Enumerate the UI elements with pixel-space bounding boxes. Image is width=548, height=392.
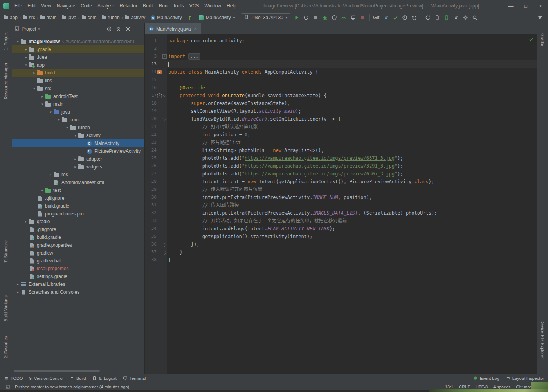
hide-panel-button[interactable] (133, 25, 142, 33)
menu-refactor[interactable]: Refactor (117, 0, 140, 12)
code-line-1[interactable]: 1package com.ruben.activity; (145, 37, 537, 45)
fold-spacer[interactable] (162, 256, 167, 264)
rollback-button[interactable] (409, 13, 419, 22)
tree-item-idea[interactable]: ▸.idea (12, 53, 144, 61)
expand-arrow-icon[interactable]: ▸ (40, 188, 45, 192)
expand-arrow-icon[interactable]: ▸ (73, 157, 78, 161)
avd-manager-button[interactable] (442, 13, 451, 22)
tree-item-androidmanifest-xml[interactable]: AndroidManifest.xml (12, 179, 144, 186)
fold-spacer[interactable] (162, 60, 167, 68)
tree-item-ruben[interactable]: ▾ruben (12, 124, 144, 132)
tool-window-button-structure[interactable]: 7: Structure (4, 240, 8, 263)
fold-spacer[interactable] (162, 154, 167, 162)
tree-item-proguard-rules-pro[interactable]: proguard-rules.pro (12, 210, 144, 218)
tree-item-activity[interactable]: ▾activity (12, 132, 144, 139)
run-button[interactable] (292, 13, 301, 22)
todo-button[interactable]: TODO (4, 376, 23, 381)
tree-item-imagepreview[interactable]: ▾ImagePreviewC:\Users\Administrator\Andr… (12, 38, 144, 45)
expand-arrow-icon[interactable]: ▸ (23, 55, 29, 59)
device-select[interactable]: Pixel 3a API 30 ▾ (241, 13, 290, 22)
code-line-32[interactable]: 32 intent.putExtra(PicturePreviewActivit… (145, 209, 537, 217)
tool-window-button-build-variants[interactable]: Build Variants (4, 295, 8, 322)
expand-arrow-icon[interactable]: ▸ (73, 165, 78, 169)
collapse-arrow-icon[interactable]: ▾ (73, 134, 78, 137)
collapse-arrow-icon[interactable]: ▾ (65, 126, 70, 130)
collapse-arrow-icon[interactable]: ▾ (56, 118, 61, 122)
code-line-25[interactable]: 25 photoUrls.add("https://vampireachao.g… (145, 154, 537, 162)
code-line-21[interactable]: 21 // 打开时默认选择第几张 (145, 123, 537, 131)
fold-spacer[interactable] (162, 68, 167, 76)
fold-spacer[interactable] (162, 146, 167, 154)
fold-spacer[interactable] (162, 131, 167, 139)
tree-item-app[interactable]: ▾app (12, 61, 144, 69)
fold-spacer[interactable] (162, 107, 167, 115)
attach-debugger-button[interactable] (348, 13, 358, 22)
sync-gradle-button[interactable] (423, 13, 433, 22)
code-line-26[interactable]: 26 photoUrls.add("https://vampireachao.g… (145, 162, 537, 170)
code-line-33[interactable]: 33 // 开始活动，如果已存在于一个为它运行的任务中，就把它移到最前 (145, 217, 537, 225)
tree-item-gradle[interactable]: ▸gradle (12, 218, 144, 226)
build-button[interactable]: Build (70, 376, 86, 381)
status-widget-13-1[interactable]: 13:1 (445, 385, 453, 389)
code-line-27[interactable]: 27 photoUrls.add("https://vampireachao.g… (145, 170, 537, 178)
fold-spacer[interactable] (162, 37, 167, 45)
breadcrumb-app[interactable]: app (3, 15, 18, 20)
code-line-31[interactable]: 31 // 传入图片路径 (145, 201, 537, 209)
commit-button[interactable] (391, 13, 400, 22)
tree-item-gradle-properties[interactable]: gradle.properties (12, 241, 144, 249)
tree-item-androidtest[interactable]: ▸androidTest (12, 92, 144, 100)
fold-spacer[interactable] (162, 99, 167, 107)
fold-spacer[interactable] (162, 139, 167, 146)
tree-item-scratches-and-consoles[interactable]: ▸Scratches and Consoles (12, 288, 144, 296)
device-manager-button[interactable] (433, 13, 442, 22)
logcat-button[interactable]: 6: Logcat (92, 376, 116, 381)
fold-spacer[interactable] (162, 225, 167, 233)
tree-item-picturepreviewactivity[interactable]: CPicturePreviewActivity (12, 147, 144, 155)
tree-item-gradlew[interactable]: gradlew (12, 249, 144, 257)
menu-edit[interactable]: Edit (25, 0, 38, 12)
menu-view[interactable]: View (38, 0, 54, 12)
status-widget-utf-8[interactable]: UTF-8 (476, 385, 488, 389)
tool-window-button-device-file-explorer[interactable]: Device File Explorer (540, 320, 545, 359)
horizontal-scrollbar[interactable] (14, 370, 100, 372)
code-line-24[interactable]: 24 List<String> photoUrls = new ArrayLis… (145, 146, 537, 154)
tool-window-button-project[interactable]: 1: Project (4, 32, 8, 50)
code-line-22[interactable]: 22 int position = 0; (145, 131, 537, 139)
tab-mainactivity[interactable]: C MainActivity.java × (145, 23, 201, 34)
tree-item-gradlew-bat[interactable]: gradlew.bat (12, 257, 144, 265)
breadcrumb-mainactivity[interactable]: CMainActivity (150, 15, 183, 20)
code-line-29[interactable]: 29 // 传入默认打开的图片位置 (145, 186, 537, 193)
status-message[interactable]: Pushed master to new branch origin/maste… (15, 385, 129, 389)
fold-spacer[interactable] (162, 76, 167, 84)
menu-tools[interactable]: Tools (170, 0, 187, 12)
minimize-button[interactable]: — (503, 0, 518, 12)
tree-item-build-gradle[interactable]: build.gradle (12, 233, 144, 241)
menu-window[interactable]: Window (202, 0, 224, 12)
tool-window-button-favorites[interactable]: 2: Favorites (4, 336, 8, 358)
tree-item-res[interactable]: ▸res (12, 171, 144, 179)
coverage-button[interactable] (330, 13, 339, 22)
close-tab-icon[interactable]: × (194, 26, 197, 32)
tool-window-button-resource-manager[interactable]: Resource Manager (4, 63, 8, 99)
fold-spacer[interactable] (162, 170, 167, 178)
collapse-arrow-icon[interactable]: ▾ (40, 102, 45, 106)
tree-item-mainactivity[interactable]: CMainActivity (12, 139, 144, 147)
code-line-2[interactable]: 2 (145, 45, 537, 52)
expand-arrow-icon[interactable]: ▸ (23, 47, 29, 51)
collapse-arrow-icon[interactable]: ▾ (23, 63, 29, 67)
code-line-16[interactable]: 16 @Override (145, 84, 537, 92)
sdk-manager-button[interactable] (451, 13, 461, 22)
code-line-30[interactable]: 30 intent.putExtra(PicturePreviewActivit… (145, 193, 537, 201)
tree-item-src[interactable]: ▾src (12, 85, 144, 92)
fold-spacer[interactable] (162, 217, 167, 225)
fold-spacer[interactable] (162, 193, 167, 201)
fold-end-icon[interactable] (162, 248, 167, 256)
menu-run[interactable]: Run (156, 0, 170, 12)
code-line-3[interactable]: 3+import ... (145, 52, 537, 60)
status-widget-crlf[interactable]: CRLF (459, 385, 470, 389)
layout-inspector-button[interactable]: Layout Inspector (506, 376, 544, 381)
code-line-15[interactable]: 15 (145, 76, 537, 84)
tree-item-test[interactable]: ▸test (12, 186, 144, 194)
fold-spacer[interactable] (162, 84, 167, 92)
code-line-18[interactable]: 18 super.onCreate(savedInstanceState); (145, 99, 537, 107)
